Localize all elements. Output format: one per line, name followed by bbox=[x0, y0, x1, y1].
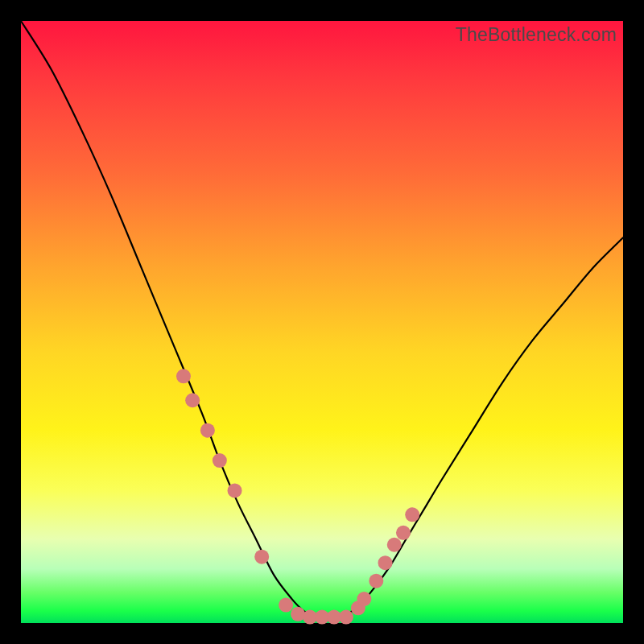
data-marker bbox=[279, 598, 293, 613]
data-marker bbox=[213, 453, 227, 468]
data-marker bbox=[405, 507, 419, 522]
data-marker bbox=[339, 610, 353, 625]
data-marker bbox=[369, 574, 383, 588]
data-marker bbox=[228, 483, 242, 497]
data-marker bbox=[396, 526, 411, 540]
data-marker bbox=[254, 550, 269, 564]
data-marker bbox=[185, 393, 200, 407]
data-marker bbox=[378, 555, 393, 570]
data-marker bbox=[176, 369, 191, 383]
data-marker bbox=[357, 592, 371, 606]
bottleneck-chart-svg bbox=[21, 21, 623, 623]
bottleneck-curve-path bbox=[21, 21, 623, 617]
data-marker bbox=[200, 423, 215, 438]
chart-frame: TheBottleneck.com bbox=[0, 0, 644, 644]
marker-group bbox=[176, 369, 419, 624]
plot-area: TheBottleneck.com bbox=[21, 21, 623, 623]
data-marker bbox=[387, 538, 402, 552]
data-marker bbox=[291, 607, 305, 621]
